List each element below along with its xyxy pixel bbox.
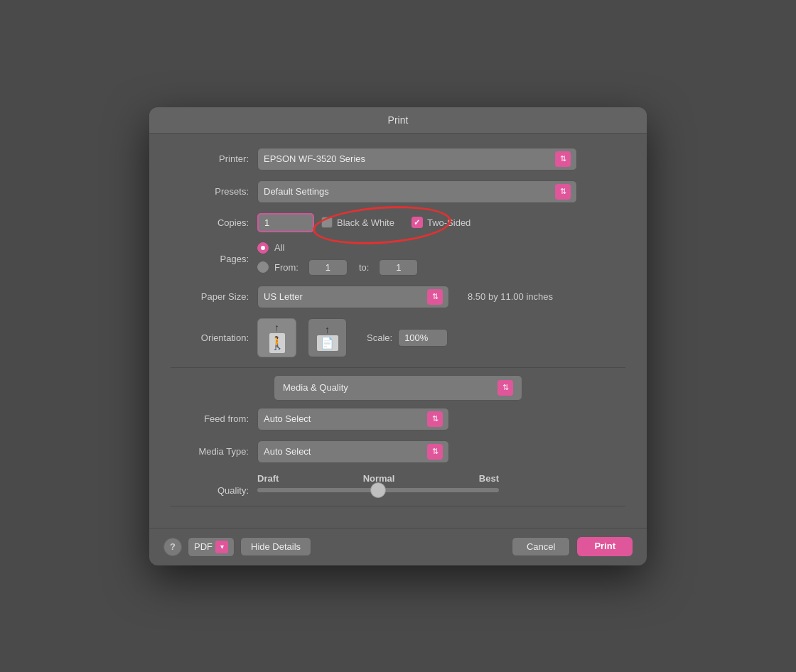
- pages-radio-group: All From: to:: [257, 242, 418, 276]
- orientation-label: Orientation:: [171, 332, 249, 343]
- pdf-button[interactable]: PDF ▾: [188, 537, 235, 557]
- portrait-body-icon: 🚶: [269, 333, 285, 353]
- portrait-orientation-button[interactable]: ↑ 🚶: [257, 318, 296, 357]
- scale-input[interactable]: [398, 329, 448, 347]
- black-white-label: Black & White: [337, 217, 394, 228]
- printer-value: EPSON WF-3520 Series: [264, 153, 365, 164]
- copies-label: Copies:: [171, 217, 249, 228]
- paper-size-label: Paper Size:: [171, 291, 249, 302]
- all-radio-row: All: [257, 242, 418, 254]
- presets-row: Presets: Default Settings ⇅: [171, 180, 625, 203]
- quality-slider-thumb[interactable]: [370, 482, 386, 498]
- presets-value: Default Settings: [264, 186, 329, 197]
- quality-label: Quality:: [171, 485, 249, 496]
- pages-row: Pages: All From: to:: [171, 242, 625, 276]
- printer-row: Printer: EPSON WF-3520 Series ⇅: [171, 148, 625, 170]
- print-button[interactable]: Print: [577, 537, 633, 556]
- footer-left: ? PDF ▾ Hide Details: [163, 537, 311, 557]
- footer: ? PDF ▾ Hide Details Cancel Print: [149, 528, 647, 565]
- from-radio-row: From: to:: [257, 259, 418, 276]
- paper-size-row: Paper Size: US Letter ⇅ 8.50 by 11.00 in…: [171, 286, 625, 308]
- landscape-orientation-button[interactable]: ↑ 📄: [308, 318, 347, 357]
- all-radio[interactable]: [257, 242, 269, 254]
- quality-slider[interactable]: [257, 488, 499, 492]
- pdf-arrow-icon[interactable]: ▾: [215, 541, 228, 553]
- paper-size-spinner-icon[interactable]: ⇅: [427, 289, 443, 305]
- section-label: Media & Quality: [283, 382, 348, 393]
- from-radio[interactable]: [257, 261, 269, 273]
- copies-row: Copies: Black & White Two-Sided: [171, 213, 625, 232]
- portrait-icon: ↑ 🚶: [269, 322, 285, 353]
- dialog-title-bar: Print: [149, 107, 647, 134]
- media-type-row: Media Type: Auto Select ⇅: [171, 440, 625, 463]
- presets-spinner-icon[interactable]: ⇅: [555, 184, 571, 200]
- from-input[interactable]: [308, 259, 348, 276]
- landscape-icon: ↑ 📄: [317, 324, 338, 351]
- media-type-label: Media Type:: [171, 446, 249, 457]
- scale-label: Scale:: [367, 332, 392, 343]
- all-label: All: [274, 242, 284, 253]
- pages-label: Pages:: [171, 254, 249, 264]
- media-type-select[interactable]: Auto Select ⇅: [257, 440, 449, 463]
- landscape-body-icon: 📄: [317, 335, 338, 351]
- section-spinner-icon[interactable]: ⇅: [498, 380, 513, 396]
- portrait-arrow-icon: ↑: [274, 322, 279, 333]
- printer-select[interactable]: EPSON WF-3520 Series ⇅: [257, 148, 577, 170]
- media-type-value: Auto Select: [264, 446, 311, 457]
- section-select[interactable]: Media & Quality ⇅: [274, 375, 522, 401]
- quality-draft-label: Draft: [257, 473, 279, 484]
- presets-select[interactable]: Default Settings ⇅: [257, 180, 577, 203]
- to-input[interactable]: [379, 259, 418, 276]
- print-label: Print: [594, 541, 615, 551]
- presets-label: Presets:: [171, 186, 249, 197]
- paper-size-value: US Letter: [264, 291, 303, 302]
- paper-size-info: 8.50 by 11.00 inches: [468, 291, 553, 302]
- hide-details-label: Hide Details: [251, 541, 301, 552]
- divider-bottom: [171, 506, 625, 506]
- black-white-checkbox-group: Black & White: [321, 217, 394, 228]
- print-dialog: Print Printer: EPSON WF-3520 Series ⇅ Pr…: [149, 107, 647, 565]
- printer-label: Printer:: [171, 153, 249, 164]
- two-sided-checkbox[interactable]: [412, 217, 423, 228]
- black-white-group: Black & White: [321, 217, 394, 228]
- divider-top: [171, 367, 625, 368]
- feed-from-spinner-icon[interactable]: ⇅: [427, 411, 443, 427]
- help-button[interactable]: ?: [163, 538, 182, 556]
- printer-spinner-icon[interactable]: ⇅: [555, 151, 571, 167]
- landscape-arrow-icon: ↑: [325, 324, 330, 335]
- section-dropdown-row: Media & Quality ⇅: [274, 375, 522, 401]
- to-label: to:: [359, 262, 369, 273]
- orientation-row: Orientation: ↑ 🚶 ↑ 📄: [171, 318, 625, 357]
- feed-from-row: Feed from: Auto Select ⇅: [171, 408, 625, 430]
- quality-row: Quality:: [171, 485, 625, 496]
- dialog-title: Print: [388, 114, 409, 126]
- cancel-button[interactable]: Cancel: [512, 537, 570, 556]
- black-white-checkbox[interactable]: [321, 217, 333, 228]
- media-type-spinner-icon[interactable]: ⇅: [427, 444, 443, 460]
- hide-details-button[interactable]: Hide Details: [240, 537, 311, 556]
- feed-from-select[interactable]: Auto Select ⇅: [257, 408, 449, 430]
- pdf-label: PDF: [194, 541, 213, 552]
- copies-input[interactable]: [257, 213, 314, 232]
- feed-from-label: Feed from:: [171, 413, 249, 424]
- scale-group: Scale:: [367, 329, 448, 347]
- feed-from-value: Auto Select: [264, 413, 311, 424]
- two-sided-checkbox-group: Two-Sided: [412, 217, 470, 228]
- two-sided-label: Two-Sided: [427, 217, 470, 228]
- footer-right: Cancel Print: [512, 537, 633, 556]
- cancel-label: Cancel: [527, 541, 555, 552]
- help-label: ?: [170, 541, 176, 552]
- from-label: From:: [274, 262, 298, 273]
- quality-best-label: Best: [479, 473, 499, 484]
- paper-size-select[interactable]: US Letter ⇅: [257, 286, 449, 308]
